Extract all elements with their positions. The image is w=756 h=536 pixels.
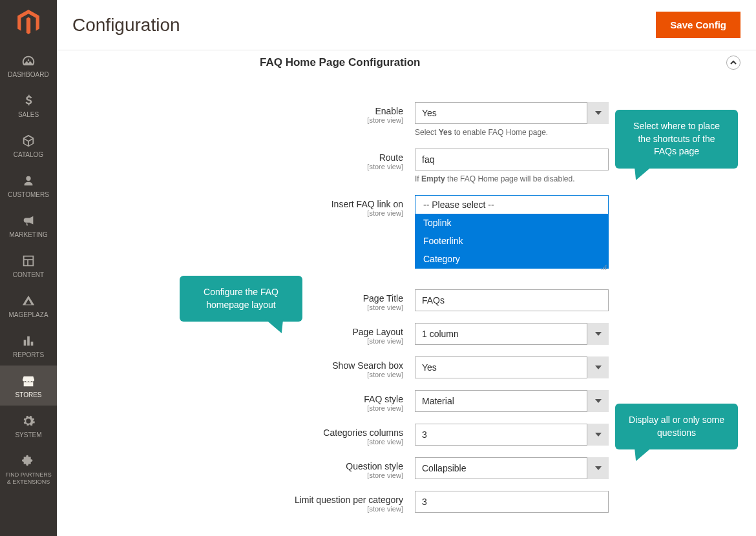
multiselect-option[interactable]: Category xyxy=(415,250,608,268)
nav-label: MARKETING xyxy=(9,231,47,239)
field-label: Show Search box xyxy=(72,360,403,371)
field-limit: Limit question per category [store view] xyxy=(72,491,740,513)
page-header: Configuration Save Config xyxy=(57,0,756,50)
admin-sidebar: DASHBOARD SALES CATALOG CUSTOMERS MARKET… xyxy=(0,0,57,536)
scope-label: [store view] xyxy=(72,404,403,412)
field-label: Categories columns xyxy=(72,428,403,438)
question-style-select[interactable]: Collapsible xyxy=(415,457,609,479)
limit-input[interactable] xyxy=(415,491,609,513)
scope-label: [store view] xyxy=(72,337,403,345)
faq-style-select[interactable]: Material xyxy=(415,390,609,412)
nav-label: CATALOG xyxy=(14,151,43,159)
field-label: Question style xyxy=(72,461,403,471)
scope-label: [store view] xyxy=(72,116,403,124)
scope-label: [store view] xyxy=(72,505,403,513)
insert-link-multiselect[interactable]: -- Please select -- Toplink Footerlink C… xyxy=(415,195,609,269)
page-layout-select[interactable]: 1 column xyxy=(415,323,609,345)
field-hint: Select Yes to enable FAQ Home page. xyxy=(415,128,609,137)
nav-marketing[interactable]: MARKETING xyxy=(0,205,57,245)
nav-label: STORES xyxy=(16,391,42,399)
multiselect-option[interactable]: -- Please select -- xyxy=(415,196,608,214)
cat-columns-select[interactable]: 3 xyxy=(415,424,609,446)
field-page-title: Page Title [store view] xyxy=(72,289,740,311)
nav-partners[interactable]: FIND PARTNERS & EXTENSIONS xyxy=(0,446,57,492)
nav-mageplaza[interactable]: MAGEPLAZA xyxy=(0,285,57,325)
resize-handle-icon[interactable] xyxy=(602,262,607,267)
field-label: Insert FAQ link on xyxy=(72,199,403,209)
section-header[interactable]: FAQ Home Page Configuration xyxy=(72,56,740,76)
chevron-up-icon xyxy=(730,59,737,66)
field-search-box: Show Search box [store view] Yes xyxy=(72,356,740,378)
field-label: FAQ style xyxy=(72,394,403,404)
nav-content[interactable]: CONTENT xyxy=(0,245,57,285)
gauge-icon xyxy=(21,53,36,68)
dollar-icon xyxy=(21,93,36,108)
layout-icon xyxy=(21,253,36,269)
megaphone-icon xyxy=(21,213,36,229)
route-input[interactable] xyxy=(415,149,609,170)
scope-label: [store view] xyxy=(72,371,403,378)
page-title-input[interactable] xyxy=(415,289,609,311)
person-icon xyxy=(21,173,36,189)
nav-label: MAGEPLAZA xyxy=(8,311,48,319)
section-title: FAQ Home Page Configuration xyxy=(260,56,726,69)
callout-layout: Configure the FAQ homepage layout xyxy=(180,276,302,322)
box-icon xyxy=(21,133,36,149)
field-label: Route xyxy=(72,152,403,163)
page-title: Configuration xyxy=(72,15,656,36)
bars-icon xyxy=(21,333,36,349)
nav-label: DASHBOARD xyxy=(8,71,48,79)
scope-label: [store view] xyxy=(72,163,403,170)
nav-label: FIND PARTNERS & EXTENSIONS xyxy=(3,471,54,486)
gear-icon xyxy=(21,413,36,429)
nav-catalog[interactable]: CATALOG xyxy=(0,125,57,165)
tent-icon xyxy=(21,293,36,309)
field-hint: If Empty the FAQ Home page will be disab… xyxy=(415,174,609,183)
magento-logo[interactable] xyxy=(0,0,57,45)
nav-customers[interactable]: CUSTOMERS xyxy=(0,165,57,205)
nav-stores[interactable]: STORES xyxy=(0,366,57,406)
save-config-button[interactable]: Save Config xyxy=(656,12,740,38)
field-label: Limit question per category xyxy=(72,495,403,505)
callout-questions: Display all or only some questions xyxy=(615,404,738,449)
puzzle-icon xyxy=(21,453,36,469)
nav-label: CUSTOMERS xyxy=(8,191,49,199)
scope-label: [store view] xyxy=(72,438,403,446)
nav-sales[interactable]: SALES xyxy=(0,85,57,125)
scope-label: [store view] xyxy=(72,471,403,479)
nav-dashboard[interactable]: DASHBOARD xyxy=(0,45,57,85)
field-label: Page Layout xyxy=(72,327,403,337)
multiselect-option[interactable]: Footerlink xyxy=(415,232,608,250)
scope-label: [store view] xyxy=(72,209,403,217)
storefront-icon xyxy=(21,373,36,389)
callout-shortcuts: Select where to place the shortcuts of t… xyxy=(615,110,738,169)
nav-label: CONTENT xyxy=(13,271,44,279)
nav-label: REPORTS xyxy=(13,351,44,359)
field-page-layout: Page Layout [store view] 1 column xyxy=(72,323,740,345)
field-insert-link: Insert FAQ link on [store view] -- Pleas… xyxy=(72,195,740,269)
field-label: Enable xyxy=(72,106,403,116)
nav-reports[interactable]: REPORTS xyxy=(0,325,57,366)
nav-system[interactable]: SYSTEM xyxy=(0,406,57,446)
nav-label: SYSTEM xyxy=(15,431,41,439)
collapse-toggle[interactable] xyxy=(726,56,740,70)
multiselect-option[interactable]: Toplink xyxy=(415,214,608,232)
nav-label: SALES xyxy=(18,111,39,119)
search-box-select[interactable]: Yes xyxy=(415,356,609,378)
enable-select[interactable]: Yes xyxy=(415,102,609,124)
